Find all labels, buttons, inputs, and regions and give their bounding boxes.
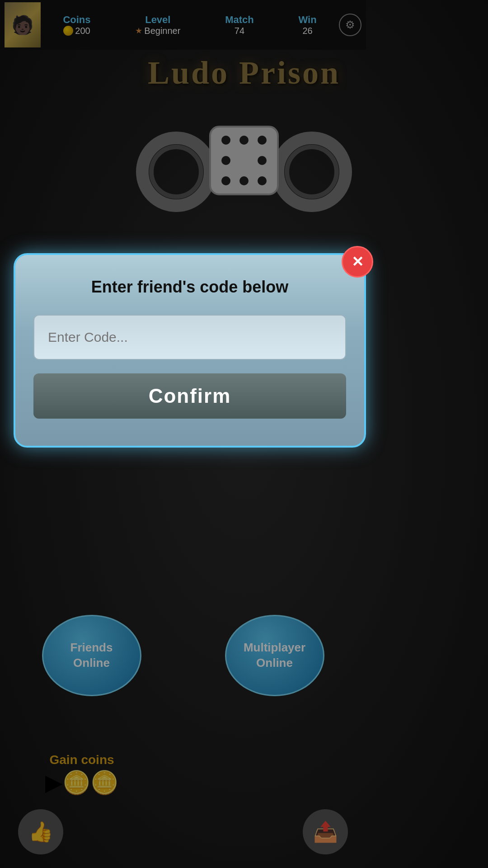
- friend-code-modal: ✕ Enter friend's code below Confirm: [14, 253, 366, 448]
- modal-close-button[interactable]: ✕: [342, 246, 373, 278]
- modal-title: Enter friend's code below: [33, 278, 346, 297]
- close-icon: ✕: [352, 253, 364, 270]
- code-input[interactable]: [33, 315, 346, 360]
- modal-overlay[interactable]: ✕ Enter friend's code below Confirm: [0, 0, 488, 868]
- confirm-button[interactable]: Confirm: [33, 373, 346, 419]
